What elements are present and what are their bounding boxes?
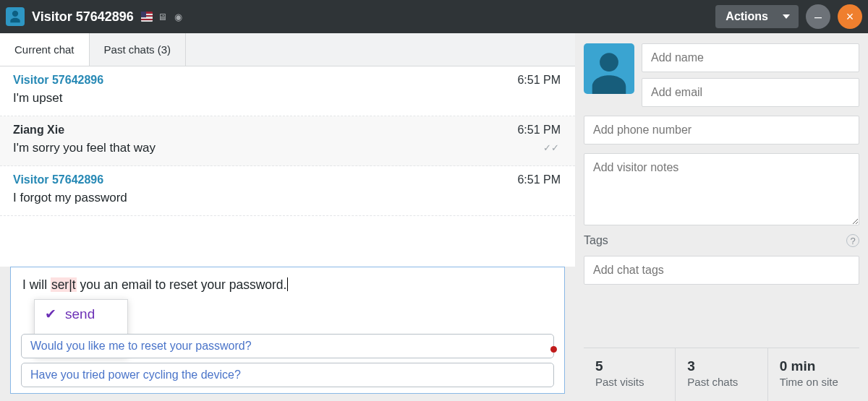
tags-label: Tags	[584, 234, 608, 247]
stat-past-visits: 5 Past visits	[584, 348, 676, 401]
suggested-reply-1[interactable]: Would you like me to reset your password…	[21, 334, 554, 358]
minimize-button[interactable]: –	[806, 4, 830, 29]
visitor-badges: 🖥 ◉	[141, 12, 184, 22]
tab-current-chat[interactable]: Current chat	[0, 33, 90, 66]
read-receipt-icon: ✓✓	[543, 142, 559, 153]
stat-past-chats: 3 Past chats	[676, 348, 767, 401]
message-body: I'm sorry you feel that way	[13, 141, 562, 155]
message-time: 6:51 PM	[517, 124, 561, 137]
notes-field[interactable]	[584, 153, 859, 225]
email-field[interactable]	[642, 78, 859, 107]
name-field[interactable]	[642, 43, 859, 72]
person-icon	[587, 49, 631, 94]
compose-box[interactable]: I will ser|t you an email to reset your …	[10, 267, 565, 394]
message-sender: Visitor 57642896	[13, 173, 562, 186]
message-body: I forgot my password	[13, 191, 562, 205]
tags-field[interactable]	[584, 256, 859, 285]
chat-message: Visitor 57642896 6:51 PM I'm upset	[0, 66, 575, 116]
actions-dropdown[interactable]: Actions	[715, 5, 799, 28]
stat-time-on-site: 0 min Time on site	[768, 348, 859, 401]
window-header: Visitor 57642896 🖥 ◉ Actions – ×	[0, 0, 868, 33]
text-cursor-icon	[287, 277, 288, 291]
misspelled-word: ser|t	[51, 277, 77, 292]
message-body: I'm upset	[13, 91, 562, 105]
chat-tabs: Current chat Past chats (3)	[0, 33, 575, 66]
check-icon: ✔	[45, 306, 56, 322]
tab-past-chats[interactable]: Past chats (3)	[90, 33, 187, 66]
flag-us-icon	[141, 12, 153, 22]
chat-message: Visitor 57642896 6:51 PM I forgot my pas…	[0, 166, 575, 216]
message-sender: Ziang Xie	[13, 124, 562, 137]
message-time: 6:51 PM	[517, 74, 561, 87]
help-icon[interactable]: ?	[846, 234, 859, 247]
visitor-sidebar: Tags ? 5 Past visits 3 Past chats 0 min …	[575, 33, 868, 401]
visitor-avatar-small	[6, 7, 25, 26]
visitor-avatar	[584, 43, 634, 94]
visitor-stats: 5 Past visits 3 Past chats 0 min Time on…	[584, 348, 859, 401]
chat-message: Ziang Xie 6:51 PM I'm sorry you feel tha…	[0, 116, 575, 166]
page-title: Visitor 57642896	[32, 9, 134, 25]
close-button[interactable]: ×	[838, 4, 862, 29]
chat-transcript: Visitor 57642896 6:51 PM I'm upset Ziang…	[0, 66, 575, 267]
desktop-icon: 🖥	[157, 12, 169, 22]
compose-text[interactable]: I will ser|t you an email to reset your …	[22, 277, 553, 293]
message-sender: Visitor 57642896	[13, 74, 562, 87]
suggested-replies: Would you like me to reset your password…	[21, 334, 554, 387]
person-icon	[8, 9, 22, 24]
suggested-reply-2[interactable]: Have you tried power cycling the device?	[21, 363, 554, 387]
recording-indicator-icon	[550, 346, 557, 353]
message-time: 6:51 PM	[517, 173, 561, 186]
spellcheck-suggestion[interactable]: ✔ send	[35, 300, 127, 328]
phone-field[interactable]	[584, 116, 859, 145]
browser-icon: ◉	[173, 12, 184, 22]
